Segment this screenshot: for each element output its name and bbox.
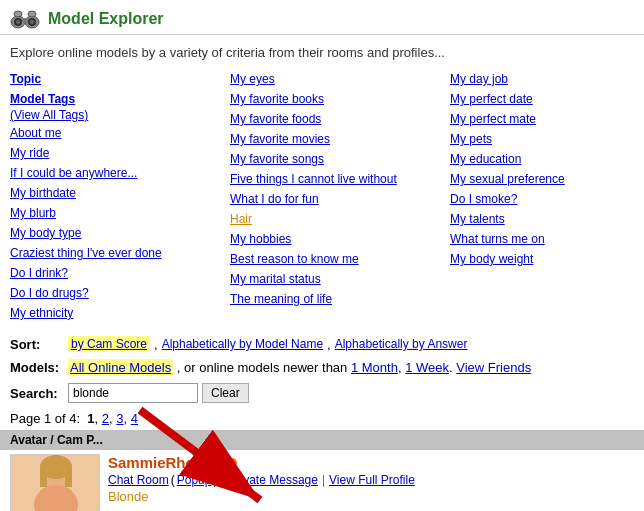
books-link[interactable]: My favorite books (230, 90, 450, 108)
sort-alpha-model[interactable]: Alphabetically by Model Name (162, 337, 323, 351)
model-tags-link[interactable]: Model Tags (10, 90, 230, 108)
model-tags-row: Model Tags (View All Tags) (10, 90, 230, 122)
craziest-link[interactable]: Craziest thing I've ever done (10, 244, 230, 262)
page-3-link[interactable]: 3 (116, 411, 123, 426)
page-info: Page 1 of 4: (10, 411, 84, 426)
foods-link[interactable]: My favorite foods (230, 110, 450, 128)
sort-alpha-answer[interactable]: Alphabetically by Answer (335, 337, 468, 351)
page-2-link[interactable]: 2 (102, 411, 109, 426)
svg-point-7 (14, 11, 22, 17)
marital-link[interactable]: My marital status (230, 270, 450, 288)
movies-link[interactable]: My favorite movies (230, 130, 450, 148)
table-header-text: Avatar / Cam P... (10, 433, 103, 447)
sort-cam-score[interactable]: by Cam Score (68, 336, 150, 352)
talents-link[interactable]: My talents (450, 210, 644, 228)
model-tag-dot (227, 458, 237, 468)
topic-col-1: Topic Model Tags (View All Tags) About m… (10, 70, 230, 322)
body-weight-link[interactable]: My body weight (450, 250, 644, 268)
one-month-link[interactable]: 1 Month (351, 360, 398, 375)
page-4-link[interactable]: 4 (131, 411, 138, 426)
about-me-link[interactable]: About me (10, 124, 230, 142)
smoke-link[interactable]: Do I smoke? (450, 190, 644, 208)
chat-room-link[interactable]: Chat Room (108, 473, 169, 487)
result-row: SammieRhodes Chat Room (Popup) | Private… (0, 450, 644, 511)
perfect-mate-link[interactable]: My perfect mate (450, 110, 644, 128)
clear-button[interactable]: Clear (202, 383, 249, 403)
page-current: 1 (87, 411, 94, 426)
topic-col-3: My day job My perfect date My perfect ma… (450, 70, 644, 322)
view-friends-link[interactable]: View Friends (456, 360, 531, 375)
svg-point-8 (28, 11, 36, 17)
page-title: Model Explorer (48, 10, 164, 28)
avatar (10, 454, 100, 511)
models-label: Models: (10, 360, 62, 375)
topic-col-2: My eyes My favorite books My favorite fo… (230, 70, 450, 322)
svg-rect-6 (22, 18, 28, 22)
best-reason-link[interactable]: Best reason to know me (230, 250, 450, 268)
hobbies-link[interactable]: My hobbies (230, 230, 450, 248)
search-row: Search: Clear (0, 379, 644, 407)
eyes-link[interactable]: My eyes (230, 70, 450, 88)
perfect-date-link[interactable]: My perfect date (450, 90, 644, 108)
topic-link[interactable]: Topic (10, 70, 230, 88)
pagination-row: Page 1 of 4: 1, 2, 3, 4 (0, 407, 644, 430)
fun-link[interactable]: What I do for fun (230, 190, 450, 208)
sort-row: Sort: by Cam Score, Alphabetically by Mo… (0, 332, 644, 356)
turns-me-on-link[interactable]: What turns me on (450, 230, 644, 248)
view-full-profile-link[interactable]: View Full Profile (329, 473, 415, 487)
one-week-link[interactable]: 1 Week (405, 360, 449, 375)
body-type-link[interactable]: My body type (10, 224, 230, 242)
models-or-text: , or online models newer than (177, 360, 348, 375)
popup-link[interactable]: Popup (177, 473, 212, 487)
model-links: Chat Room (Popup) | Private Message | Vi… (108, 473, 415, 487)
blurb-link[interactable]: My blurb (10, 204, 230, 222)
models-row: Models: All Online Models , or online mo… (0, 356, 644, 379)
birthdate-link[interactable]: My birthdate (10, 184, 230, 202)
search-input[interactable] (68, 383, 198, 403)
model-name-link[interactable]: SammieRhodes (108, 454, 221, 471)
model-name-row: SammieRhodes (108, 454, 415, 471)
private-message-link[interactable]: Private Message (229, 473, 318, 487)
page-header: Model Explorer (0, 0, 644, 35)
education-link[interactable]: My education (450, 150, 644, 168)
hair-link[interactable]: Hair (230, 210, 450, 228)
subtitle: Explore online models by a variety of cr… (0, 35, 644, 66)
if-i-could-link[interactable]: If I could be anywhere... (10, 164, 230, 182)
ethnicity-link[interactable]: My ethnicity (10, 304, 230, 322)
model-tag-value: Blonde (108, 489, 148, 504)
topics-section: Topic Model Tags (View All Tags) About m… (0, 66, 644, 332)
table-header: Avatar / Cam P... (0, 430, 644, 450)
svg-point-4 (16, 20, 20, 24)
avatar-image (11, 455, 99, 511)
songs-link[interactable]: My favorite songs (230, 150, 450, 168)
view-all-tags-link[interactable]: (View All Tags) (10, 108, 88, 122)
meaning-link[interactable]: The meaning of life (230, 290, 450, 308)
all-online-models-link[interactable]: All Online Models (68, 359, 173, 376)
search-label: Search: (10, 386, 62, 401)
pets-link[interactable]: My pets (450, 130, 644, 148)
drugs-link[interactable]: Do I do drugs? (10, 284, 230, 302)
svg-rect-14 (65, 467, 72, 487)
model-blonde: Blonde (108, 489, 415, 504)
five-things-link[interactable]: Five things I cannot live without (230, 170, 450, 188)
my-ride-link[interactable]: My ride (10, 144, 230, 162)
topic-header: Topic (10, 70, 230, 88)
svg-rect-13 (40, 467, 47, 487)
drink-link[interactable]: Do I drink? (10, 264, 230, 282)
result-container: SammieRhodes Chat Room (Popup) | Private… (0, 450, 644, 511)
binoculars-icon (10, 8, 40, 30)
sort-label: Sort: (10, 337, 62, 352)
model-info: SammieRhodes Chat Room (Popup) | Private… (108, 454, 415, 504)
day-job-link[interactable]: My day job (450, 70, 644, 88)
svg-point-5 (30, 20, 34, 24)
sexual-pref-link[interactable]: My sexual preference (450, 170, 644, 188)
